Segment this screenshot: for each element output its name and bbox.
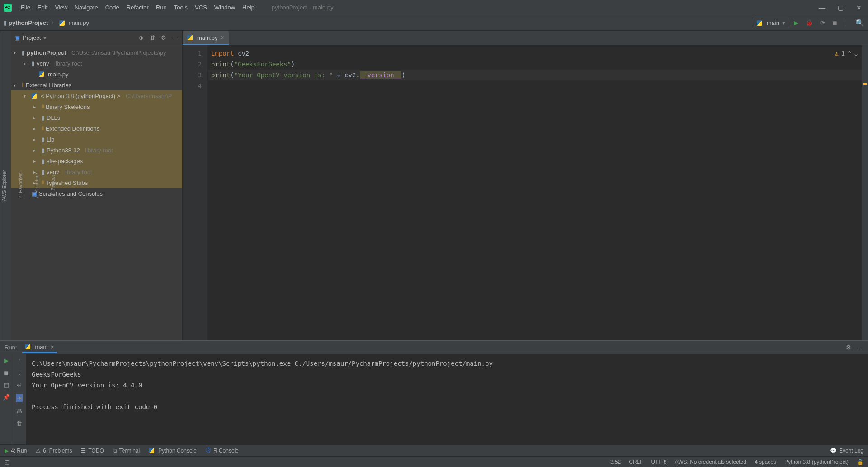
line-gutter: 1234 <box>183 45 208 340</box>
layout-icon[interactable]: ▤ <box>4 382 9 388</box>
tree-lib-dlls[interactable]: ▸▮DLLs <box>11 112 182 123</box>
chevron-right-icon[interactable]: ▸ <box>33 148 40 153</box>
chevron-right-icon[interactable]: ▸ <box>33 159 40 164</box>
tree-lib-binary skeletons[interactable]: ▸⦀Binary Skeletons <box>11 101 182 112</box>
lock-icon[interactable]: 🔓 <box>857 459 863 465</box>
tool-windows-icon[interactable]: ◱ <box>5 459 9 465</box>
chevron-down-icon[interactable]: ▾ <box>24 94 30 99</box>
sidetool-aws[interactable]: AWS Explorer <box>0 168 8 203</box>
chevron-down-icon[interactable]: ▾ <box>14 83 20 88</box>
status-caret-pos[interactable]: 3:52 <box>610 459 621 465</box>
python-file-icon <box>59 20 65 26</box>
menu-navigate[interactable]: Navigate <box>71 2 101 13</box>
gear-icon[interactable]: ⚙ <box>846 344 851 351</box>
status-encoding[interactable]: UTF-8 <box>651 459 667 465</box>
code-content[interactable]: import cv2 print("GeeksForGeeks") print(… <box>211 48 862 80</box>
footer-event-log[interactable]: 💬Event Log <box>830 448 863 454</box>
menu-help[interactable]: Help <box>239 2 258 13</box>
tree-python-env[interactable]: ▾ < Python 3.8 (pythonProject) > C:\User… <box>11 90 182 101</box>
tree-item-label: Binary Skeletons <box>46 104 90 110</box>
chevron-right-icon[interactable]: ▸ <box>33 115 40 120</box>
library-icon: ⦀ <box>42 103 44 110</box>
search-everywhere-button[interactable]: 🔍 <box>855 19 864 27</box>
menu-file[interactable]: File <box>17 2 34 13</box>
print-icon[interactable]: 🖶 <box>16 408 22 415</box>
run-config-selector[interactable]: main ▾ <box>753 18 789 28</box>
tree-lib-extended definitions[interactable]: ▸⦀Extended Definitions <box>11 123 182 134</box>
stop-button[interactable]: ◼ <box>832 19 837 26</box>
sidetool-structure[interactable]: 7: Structure <box>33 171 40 200</box>
menu-edit[interactable]: Edit <box>34 2 51 13</box>
breadcrumb-sep: 〉 <box>51 19 57 27</box>
code-area[interactable]: ⚠ 1 ⌃ ⌄ import cv2 print("GeeksForGeeks"… <box>208 45 862 340</box>
tree-lib-python38-32[interactable]: ▸▮Python38-32 library root <box>11 145 182 156</box>
warning-stripe[interactable] <box>863 83 867 85</box>
breadcrumb-file[interactable]: main.py <box>59 19 89 26</box>
footer-r-console[interactable]: ⓇR Console <box>206 447 239 454</box>
scroll-to-end-icon[interactable]: ⇥ <box>16 394 23 402</box>
status-line-sep[interactable]: CRLF <box>629 459 643 465</box>
gear-icon[interactable]: ⚙ <box>161 34 166 41</box>
chevron-right-icon[interactable]: ▸ <box>33 126 40 131</box>
tab-close-icon[interactable]: × <box>221 34 224 41</box>
expand-icon[interactable]: ⇵ <box>150 34 155 41</box>
console-output[interactable]: C:\Users\msaur\PycharmProjects\pythonPro… <box>26 354 868 444</box>
chevron-right-icon[interactable]: ▸ <box>33 104 40 109</box>
maximize-icon[interactable]: ▢ <box>838 4 844 11</box>
project-panel-title[interactable]: ▣ Project ▾ <box>14 34 132 41</box>
breadcrumb-project[interactable]: ▮ pythonProject <box>4 19 48 26</box>
status-interpreter[interactable]: Python 3.8 (pythonProject) <box>784 459 849 465</box>
editor-tab-label: main.py <box>197 34 218 41</box>
menu-refactor[interactable]: Refactor <box>123 2 152 13</box>
tree-external-libs[interactable]: ▾ ⦀ External Libraries <box>11 80 182 90</box>
editor-tab-main[interactable]: main.py × <box>183 31 229 45</box>
run-header-label: Run: <box>5 344 17 351</box>
footer-python-console[interactable]: Python Console <box>149 448 197 454</box>
tab-close-icon[interactable]: × <box>51 344 54 350</box>
tree-root[interactable]: ▾ ▮ pythonProject C:\Users\msaur\Pycharm… <box>11 47 182 58</box>
menu-code[interactable]: Code <box>102 2 123 13</box>
footer-problems[interactable]: ⚠6: Problems <box>36 448 72 454</box>
editor-marker-bar[interactable] <box>862 45 868 340</box>
chevron-right-icon[interactable]: ▸ <box>33 137 40 142</box>
rerun-button[interactable]: ▶ <box>4 357 9 364</box>
chevron-down-icon[interactable]: ▾ <box>14 50 20 55</box>
minimize-icon[interactable]: — <box>819 4 825 11</box>
chevron-right-icon[interactable]: ▸ <box>24 61 30 66</box>
pin-icon[interactable]: 📌 <box>3 394 10 401</box>
sidetool-favorites[interactable]: 2: Favorites <box>17 171 24 200</box>
menu-tools[interactable]: Tools <box>170 2 191 13</box>
sidetool-project[interactable]: 1: Project <box>49 173 57 198</box>
trash-icon[interactable]: 🗑 <box>16 420 22 427</box>
soft-wrap-icon[interactable]: ↩ <box>17 382 22 388</box>
tree-mainpy[interactable]: main.py <box>11 69 182 80</box>
menu-vcs[interactable]: VCS <box>191 2 211 13</box>
hide-icon[interactable]: — <box>173 34 179 41</box>
dropdown-icon: ▾ <box>43 34 47 41</box>
debug-button[interactable]: 🐞 <box>806 19 813 26</box>
up-arrow-icon[interactable]: ↑ <box>18 357 21 364</box>
tree-item-tag: library root <box>64 169 92 175</box>
close-icon[interactable]: ✕ <box>856 4 862 11</box>
tree-lib-lib[interactable]: ▸▮Lib <box>11 134 182 145</box>
footer-terminal[interactable]: ⧉Terminal <box>113 448 140 454</box>
run-button[interactable]: ▶ <box>794 19 798 26</box>
down-arrow-icon[interactable]: ↓ <box>18 369 21 376</box>
footer-todo[interactable]: ☰TODO <box>81 448 104 454</box>
locate-icon[interactable]: ⊕ <box>139 34 144 41</box>
status-aws[interactable]: AWS: No credentials selected <box>675 459 746 465</box>
coverage-button[interactable]: ⟳ <box>820 19 825 26</box>
hide-icon[interactable]: — <box>858 344 863 351</box>
tree-venv[interactable]: ▸ ▮ venv library root <box>11 58 182 69</box>
menu-window[interactable]: Window <box>211 2 239 13</box>
footer-run[interactable]: ▶4: Run <box>5 448 27 454</box>
dropdown-icon: ▾ <box>782 19 785 26</box>
menu-run[interactable]: Run <box>152 2 170 13</box>
status-indent[interactable]: 4 spaces <box>755 459 776 465</box>
tree-root-name: pythonProject <box>27 49 66 56</box>
stop-button[interactable]: ◼ <box>4 369 9 376</box>
run-tab[interactable]: main × <box>22 342 57 353</box>
menu-view[interactable]: View <box>51 2 71 13</box>
tree-lib-site-packages[interactable]: ▸▮site-packages <box>11 156 182 166</box>
project-panel-title-label: Project <box>23 34 41 41</box>
